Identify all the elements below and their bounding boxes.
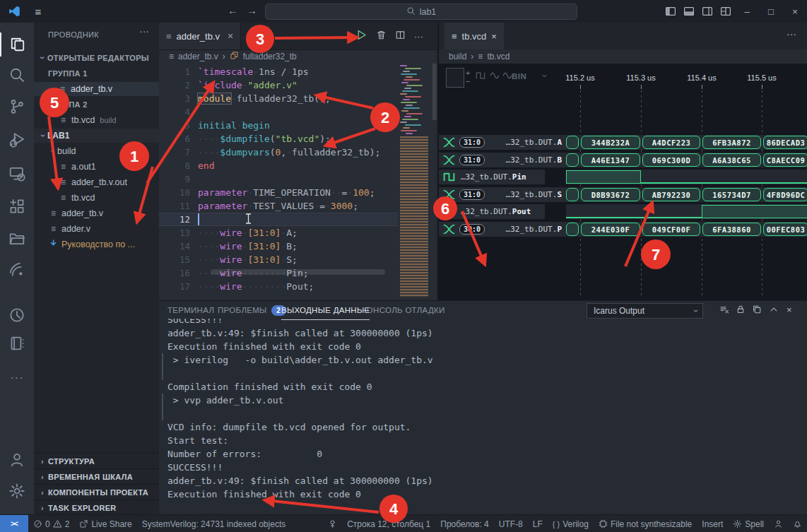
toggle-sidebar-icon[interactable] (661, 2, 680, 20)
command-search-box[interactable]: lab1 (265, 4, 577, 20)
activity-source-control-icon[interactable] (0, 95, 34, 119)
open-in-editor-icon[interactable] (752, 305, 762, 317)
code-editor[interactable]: 1`timescale·1ns·/·1ps2`include·"adder.v"… (159, 64, 398, 300)
status-encoding[interactable]: UTF-8 (494, 515, 528, 532)
status-notifications[interactable] (788, 515, 807, 532)
output-console[interactable]: SUCCESS!!!adder_tb.v:49: $finish called … (159, 319, 807, 515)
run-button[interactable] (355, 29, 367, 43)
signal-name: …32_tb.DUT.B (506, 155, 562, 165)
status-language-status[interactable]: SystemVerilog: 24731 indexed objects (137, 515, 290, 532)
analog-wave2-icon[interactable] (502, 71, 512, 83)
status-problems[interactable]: 02 (28, 515, 74, 532)
status-ports[interactable] (323, 515, 342, 532)
status-feedback[interactable] (769, 515, 788, 532)
status-live-share[interactable]: Live Share (74, 515, 136, 532)
trash-icon[interactable] (376, 30, 387, 42)
tab-adder_tb.v[interactable]: ≡ adder_tb.v × (159, 23, 241, 49)
activity-platformio-icon[interactable] (0, 258, 34, 282)
status-insert-mode[interactable]: Insert (697, 515, 728, 532)
activity-notebook-icon[interactable] (0, 331, 34, 355)
minus-icon[interactable]: − (466, 78, 470, 85)
activity-timeline-icon[interactable] (0, 303, 34, 327)
status-cursor-position[interactable]: Строка 12, столбец 1 (342, 515, 435, 532)
output-channel-select[interactable]: Icarus Output › (587, 303, 703, 319)
remote-indicator[interactable]: >< (0, 515, 28, 532)
activity-project-manager-icon[interactable] (0, 227, 34, 251)
signal-32_tb.DUT.Pout[interactable]: …32_tb.DUT.Pout (439, 204, 545, 219)
more-actions-icon[interactable]: ··· (787, 28, 796, 40)
forward-icon[interactable]: → (247, 4, 257, 16)
panel-tab-терминал[interactable]: ТЕРМИНАЛ (167, 301, 214, 319)
more-actions-icon[interactable]: ··· (139, 25, 149, 37)
sidebar-item--...[interactable]: Руководство по ...2 (34, 237, 159, 252)
search-value: lab1 (420, 7, 437, 17)
toggle-secondary-sidebar-icon[interactable] (698, 2, 717, 20)
activity-remote-explorer-icon[interactable] (0, 161, 34, 185)
clear-output-icon[interactable] (719, 305, 729, 317)
status-spell[interactable]: Spell (728, 515, 769, 532)
status-eol[interactable]: LF (528, 515, 548, 532)
signal-32_tb.DUT.Pin[interactable]: …32_tb.DUT.Pin (439, 170, 545, 184)
editor-layout-icon[interactable] (717, 2, 735, 20)
sidebar-section-task-explorer[interactable]: ›TASK EXPLORER (34, 500, 159, 514)
minimap[interactable] (398, 64, 432, 300)
lock-icon[interactable] (736, 305, 746, 317)
toggle-panel-icon[interactable] (680, 2, 698, 20)
close-tab-icon[interactable]: × (228, 30, 233, 42)
activity-search-icon[interactable] (0, 63, 34, 87)
panel-tab-консоль-отладки[interactable]: КОНСОЛЬ ОТЛАДКИ (362, 301, 445, 319)
tab-tb.vcd[interactable]: ≡ tb.vcd × (444, 23, 504, 49)
breadcrumb[interactable]: ≡ adder_tb.v › fulladder32_tb (159, 49, 437, 64)
radix-select[interactable]: BIN (512, 72, 526, 81)
signal-32_tb.DUT.S[interactable]: 31:0…32_tb.DUT.S (439, 187, 566, 202)
sidebar-item-tb.vcd[interactable]: ≡tb.vcd (34, 191, 159, 205)
activity-explorer-icon[interactable] (0, 32, 35, 57)
sidebar-item--[interactable]: ›ОТКРЫТЫЕ РЕДАКТОРЫ (34, 51, 159, 65)
activity-extensions-icon[interactable] (0, 194, 34, 218)
sidebar-item-tb.vcd[interactable]: ≡tb.vcdbuild (34, 113, 159, 127)
panel-tab-выходные-данные[interactable]: ВЫХОДНЫЕ ДАННЫЕ (281, 301, 370, 320)
sidebar-item-adder_tb.v[interactable]: ≡adder_tb.v (34, 206, 159, 220)
maximize-panel-icon[interactable] (769, 305, 779, 317)
sidebar-item-a.out1[interactable]: ≡a.out1 (34, 160, 159, 174)
minimap-code-line (400, 122, 407, 123)
value-format-box[interactable] (446, 68, 464, 88)
horizontal-scrollbar[interactable] (211, 269, 385, 275)
panel-tab-проблемы[interactable]: ПРОБЛЕМЫ2 (218, 301, 286, 319)
breadcrumb[interactable]: build › ≡ tb.vcd (439, 49, 807, 64)
close-button[interactable]: × (783, 0, 807, 23)
close-panel-icon[interactable]: × (787, 305, 792, 315)
sidebar-item-adder_tb.v[interactable]: ›≡adder_tb.v (34, 82, 159, 96)
more-actions-icon[interactable]: ··· (414, 31, 423, 42)
pulse-format-icon[interactable] (476, 71, 485, 83)
maximize-button[interactable]: □ (759, 0, 783, 23)
sidebar-section-компоненты-проекта[interactable]: ›КОМПОНЕНТЫ ПРОЕКТА (34, 484, 159, 500)
menu-icon[interactable]: ≡ (31, 4, 45, 18)
activity-more-icon[interactable]: ··· (0, 366, 34, 390)
sidebar-item--2[interactable]: ГРУППА 2 (34, 97, 159, 112)
sidebar-item-adder.v[interactable]: ≡adder.v (34, 222, 159, 236)
minimize-button[interactable]: – (735, 0, 759, 23)
sidebar-section-временная-шкала[interactable]: ›ВРЕМЕННАЯ ШКАЛА (34, 468, 159, 485)
activity-accounts-icon[interactable] (0, 448, 34, 472)
split-editor-icon[interactable] (395, 30, 406, 42)
status-synthesizable[interactable]: File not synthesizable (594, 515, 697, 532)
signal-32_tb.DUT.P[interactable]: 30:0…32_tb.DUT.P (439, 222, 566, 237)
signal-32_tb.DUT.A[interactable]: 31:0…32_tb.DUT.A (439, 135, 566, 150)
signal-32_tb.DUT.B[interactable]: 31:0…32_tb.DUT.B (439, 153, 566, 167)
titlebar: ≡ ← → lab1 – □ × (0, 0, 807, 23)
activity-settings-icon[interactable] (0, 479, 34, 503)
sidebar-item--1[interactable]: ГРУППА 1 (34, 66, 159, 81)
close-tab-icon[interactable]: × (491, 31, 497, 42)
sidebar-item-build[interactable]: ›build (34, 144, 159, 158)
plus-icon[interactable]: + (466, 69, 470, 76)
status-language-mode[interactable]: { }Verilog (548, 515, 594, 532)
analog-wave-icon[interactable] (490, 71, 500, 83)
back-icon[interactable]: ← (228, 4, 238, 16)
activity-run-debug-icon[interactable] (0, 128, 34, 152)
vertical-scrollbar[interactable] (432, 64, 437, 120)
sidebar-item-adder_tb.v.out[interactable]: ≡adder_tb.v.out (34, 175, 159, 189)
sidebar-section-структура[interactable]: ›СТРУКТУРА (34, 453, 159, 469)
sidebar-item-lab1[interactable]: ›LAB1 (34, 129, 159, 143)
status-indentation[interactable]: Пробелов: 4 (435, 515, 494, 532)
